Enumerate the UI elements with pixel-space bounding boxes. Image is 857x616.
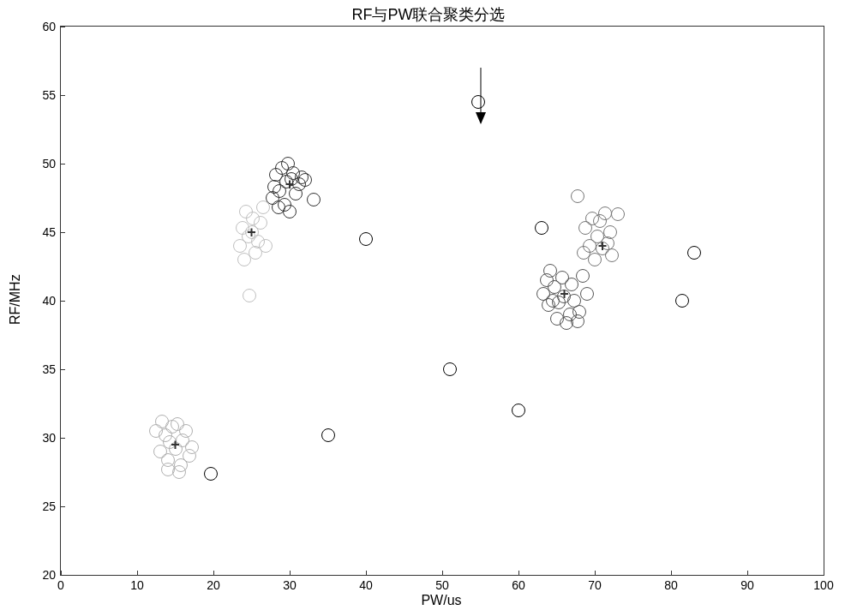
x-tick-label: 20: [207, 578, 220, 592]
centroid-marker: +: [247, 224, 256, 240]
centroid-marker: +: [171, 437, 180, 452]
data-point: [359, 232, 373, 246]
x-axis-label: PW/us: [60, 593, 823, 608]
data-point: [675, 294, 689, 308]
data-point: [598, 206, 612, 220]
x-tick-label: 80: [664, 578, 678, 592]
y-tick-label: 35: [42, 362, 56, 376]
y-tick-label: 25: [42, 499, 56, 513]
y-tick-label: 50: [42, 157, 56, 170]
annotation-arrow: [480, 68, 481, 112]
data-point: [179, 424, 193, 438]
centroid-marker: +: [598, 238, 608, 254]
y-tick-label: 55: [42, 88, 56, 102]
centroid-marker: +: [285, 176, 295, 192]
data-point: [443, 362, 457, 376]
data-point: [605, 248, 619, 262]
chart-title: RF与PW联合聚类分选: [0, 4, 857, 25]
data-point: [161, 463, 175, 476]
plot-area: 0102030405060708090100202530354045505560…: [60, 26, 824, 576]
x-tick-label: 70: [588, 578, 602, 592]
data-point: [535, 221, 548, 235]
y-tick-label: 20: [42, 568, 56, 582]
data-point: [243, 289, 256, 302]
scatter-chart: RF与PW联合聚类分选 RF/MHz 010203040506070809010…: [0, 0, 857, 616]
data-point: [259, 239, 273, 253]
data-point: [571, 189, 584, 203]
x-tick-label: 90: [740, 578, 754, 592]
x-tick-label: 60: [512, 578, 525, 592]
x-tick-label: 30: [283, 578, 297, 592]
x-tick-label: 50: [435, 578, 449, 592]
data-point: [185, 440, 199, 454]
y-tick-label: 60: [42, 20, 56, 33]
x-tick-label: 100: [813, 578, 833, 592]
data-point: [580, 287, 594, 301]
data-point: [204, 467, 218, 481]
y-axis-label: RF/MHz: [7, 26, 24, 574]
data-point: [611, 207, 625, 221]
data-point: [687, 246, 701, 260]
data-point: [283, 205, 297, 218]
y-tick-label: 30: [42, 431, 56, 445]
x-tick-label: 40: [359, 578, 373, 592]
data-point: [512, 404, 525, 417]
data-point: [307, 193, 321, 206]
x-tick-label: 10: [130, 578, 144, 592]
data-point: [298, 173, 312, 187]
data-point: [576, 269, 590, 283]
data-point: [572, 305, 586, 319]
data-point: [321, 428, 335, 442]
y-tick-label: 40: [42, 294, 56, 308]
annotation-arrow-head: [476, 112, 486, 124]
data-point: [471, 95, 485, 109]
centroid-marker: +: [560, 286, 569, 302]
y-tick-label: 45: [42, 225, 56, 239]
x-tick-label: 0: [57, 578, 64, 592]
